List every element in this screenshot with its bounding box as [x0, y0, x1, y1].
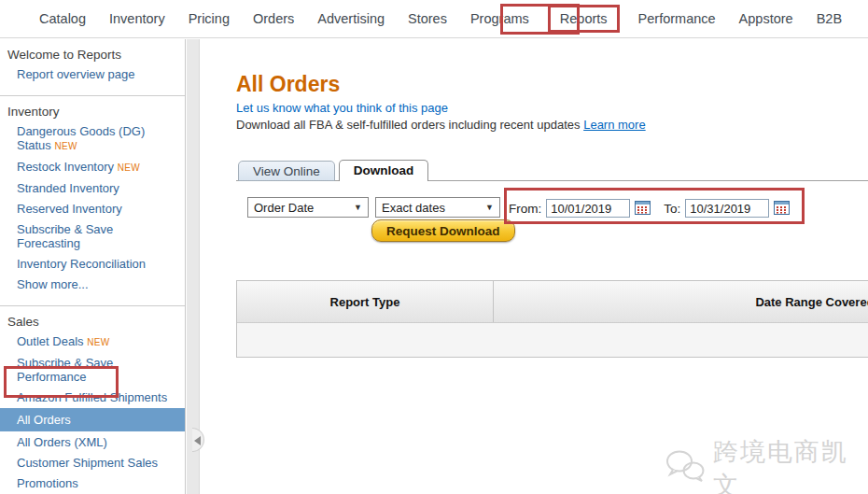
nav-item-stores[interactable]: Stores [408, 8, 447, 29]
nav-item-performance[interactable]: Performance [638, 8, 716, 29]
calendar-icon[interactable] [774, 200, 790, 218]
reports-sidebar: Welcome to Reports Report overview page … [0, 39, 186, 494]
collapse-arrow-icon [194, 436, 201, 445]
sidebar-item-show-more[interactable]: Show more... [0, 275, 185, 294]
sidebar-item-subscribe-save-performance[interactable]: Subscribe & Save Performance [0, 353, 185, 387]
top-navigation: Catalog Inventory Pricing Orders Adverti… [0, 0, 868, 38]
sidebar-item-promotions[interactable]: Promotions [0, 473, 185, 493]
feedback-link[interactable]: Let us know what you think of this page [236, 101, 448, 115]
to-date-input[interactable] [685, 199, 769, 218]
sidebar-header-welcome: Welcome to Reports [0, 48, 185, 62]
sidebar-section-welcome: Welcome to Reports Report overview page [0, 39, 185, 96]
sidebar-item-label: Dangerous Goods (DG) Status [17, 124, 145, 152]
tab-view-online[interactable]: View Online [238, 161, 335, 181]
sidebar-item-report-overview[interactable]: Report overview page [0, 64, 185, 84]
sidebar-item-outlet-deals[interactable]: Outlet Deals NEW [0, 332, 185, 352]
request-download-button[interactable]: Request Download [371, 219, 515, 242]
sidebar-header-inventory: Inventory [0, 105, 185, 119]
nav-item-pricing[interactable]: Pricing [189, 8, 230, 29]
sidebar-item-all-orders-xml[interactable]: All Orders (XML) [0, 432, 185, 452]
new-badge: NEW [54, 141, 77, 151]
nav-item-advertising[interactable]: Advertising [317, 8, 385, 29]
date-range-controls: From: To: [509, 197, 790, 219]
chevron-down-icon: ▼ [354, 203, 362, 212]
sidebar-item-label: Outlet Deals [17, 334, 84, 348]
sidebar-section-sales: Sales Outlet Deals NEW Subscribe & Save … [0, 306, 185, 494]
sidebar-splitter[interactable] [187, 39, 200, 494]
nav-item-catalog[interactable]: Catalog [39, 8, 86, 29]
table-empty-row [237, 322, 868, 357]
nav-item-inventory[interactable]: Inventory [109, 8, 165, 29]
sidebar-item-amazon-fulfilled-shipments[interactable]: Amazon Fulfilled Shipments [0, 388, 185, 407]
nav-item-orders[interactable]: Orders [253, 8, 294, 29]
sidebar-item-restock-inventory[interactable]: Restock Inventory NEW [0, 157, 185, 177]
nav-item-appstore[interactable]: Appstore [739, 8, 793, 29]
page-title: All Orders [236, 72, 340, 97]
sidebar-item-dangerous-goods[interactable]: Dangerous Goods (DG) Status NEW [0, 121, 185, 156]
to-label: To: [664, 202, 680, 216]
from-date-input[interactable] [546, 199, 630, 218]
sidebar-section-inventory: Inventory Dangerous Goods (DG) Status NE… [0, 96, 185, 306]
date-mode-dropdown[interactable]: Exact dates ▼ [375, 197, 500, 218]
new-badge: NEW [87, 337, 109, 347]
table-header-row: Report Type Date Range Covered [237, 281, 868, 322]
sidebar-item-customer-shipment-sales[interactable]: Customer Shipment Sales [0, 453, 185, 473]
column-header-report-type: Report Type [237, 281, 493, 322]
nav-item-b2b[interactable]: B2B [817, 8, 842, 29]
page-description: Download all FBA & self-fulfilled orders… [236, 118, 646, 132]
tab-bar: View Online Download [238, 160, 428, 181]
tab-download[interactable]: Download [339, 160, 429, 181]
nav-item-reports[interactable]: Reports [548, 5, 620, 33]
sidebar-item-label: Restock Inventory [17, 160, 114, 174]
sidebar-item-all-orders[interactable]: All Orders [0, 408, 185, 431]
from-label: From: [509, 202, 541, 216]
main-content: All Orders Let us know what you think of… [200, 38, 868, 494]
sidebar-item-inventory-reconciliation[interactable]: Inventory Reconciliation [0, 254, 185, 274]
sidebar-header-sales: Sales [0, 315, 185, 329]
sidebar-item-reserved-inventory[interactable]: Reserved Inventory [0, 199, 185, 219]
date-mode-value: Exact dates [382, 201, 445, 215]
description-text: Download all FBA & self-fulfilled orders… [236, 118, 581, 132]
sidebar-item-subscribe-save-forecasting[interactable]: Subscribe & Save Forecasting [0, 219, 185, 253]
report-by-dropdown[interactable]: Order Date ▼ [247, 197, 369, 218]
chevron-down-icon: ▼ [485, 203, 494, 212]
new-badge: NEW [118, 162, 140, 173]
column-header-date-range: Date Range Covered [493, 281, 868, 322]
reports-table: Report Type Date Range Covered [236, 280, 868, 358]
nav-item-programs[interactable]: Programs [470, 8, 529, 29]
sidebar-item-stranded-inventory[interactable]: Stranded Inventory [0, 178, 185, 198]
learn-more-link[interactable]: Learn more [583, 118, 645, 132]
calendar-icon[interactable] [635, 200, 651, 218]
report-by-value: Order Date [254, 201, 314, 215]
